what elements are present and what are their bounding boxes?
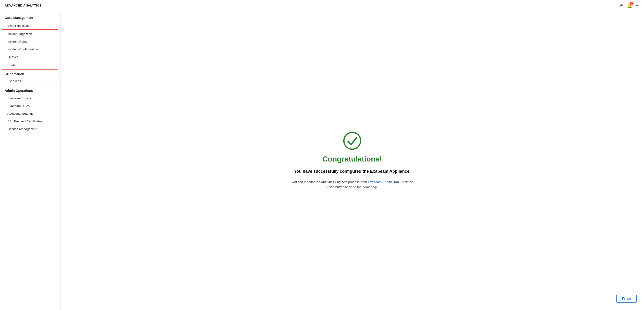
sidebar-item-exabeam-rules[interactable]: Exabeam Rules: [0, 102, 60, 110]
bell-icon[interactable]: 🔔 1: [627, 3, 632, 8]
sidebar-item-services[interactable]: Services: [2, 77, 58, 85]
sidebar-item-queues[interactable]: Queues: [0, 53, 60, 61]
svg-point-0: [344, 132, 360, 149]
exabeam-engine-link[interactable]: Exabeam Engine: [368, 180, 393, 184]
automation-section-box: Automation Services: [2, 69, 58, 85]
case-management-header: Case Management: [0, 13, 60, 22]
automation-header: Automation: [2, 70, 58, 77]
success-checkmark-icon: [343, 131, 362, 150]
sidebar-item-license-management[interactable]: License Management: [0, 125, 60, 133]
sidebar: Case Management Email Notification Incid…: [0, 11, 60, 310]
app-title: ADVANCED ANALYTICS: [5, 4, 42, 7]
congratulations-text: Congratulations!: [322, 155, 382, 164]
admin-operations-header: Admin Operations: [0, 86, 60, 94]
star-icon[interactable]: ★: [620, 3, 623, 8]
sidebar-item-incident-configuration[interactable]: Incident Configuration: [0, 46, 60, 53]
header-actions: ★ 🔔 1 ···: [620, 3, 639, 8]
success-subtitle: You have successfully configured the Exa…: [294, 169, 410, 174]
sidebar-item-additional-settings[interactable]: Additional Settings: [0, 110, 60, 117]
sidebar-item-incident-ingestion[interactable]: Incident Ingestion: [0, 30, 60, 38]
sidebar-item-email-notification[interactable]: Email Notification: [2, 22, 58, 30]
sidebar-item-exabeam-engine[interactable]: Exabeam Engine: [0, 94, 60, 102]
finish-button[interactable]: Finish: [616, 295, 636, 302]
sidebar-item-incident-rules[interactable]: Incident Rules: [0, 38, 60, 46]
app-header: ADVANCED ANALYTICS ★ 🔔 1 ···: [0, 0, 644, 11]
more-icon[interactable]: ···: [636, 3, 639, 8]
sidebar-item-proxy[interactable]: Proxy: [0, 61, 60, 69]
main-layout: Case Management Email Notification Incid…: [0, 11, 644, 310]
notification-badge: 1: [630, 2, 634, 5]
success-description: You can monitor the Analytics Engine's p…: [287, 180, 418, 190]
main-content: Congratulations! You have successfully c…: [60, 11, 644, 310]
sidebar-item-ssl-key[interactable]: SSL Key and Certificates: [0, 117, 60, 125]
